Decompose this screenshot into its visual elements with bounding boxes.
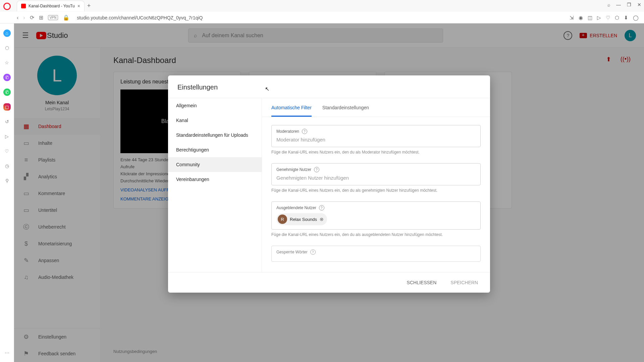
play-icon[interactable]: ▷ xyxy=(597,15,601,21)
tab-bar: Kanal-Dashboard - YouTu × + ⌕ ― ❐ ✕ xyxy=(0,0,644,12)
address-bar: ‹ › ⟳ ⊞ VPN 🔒 studio.youtube.com/channel… xyxy=(0,12,644,23)
help-icon[interactable]: ? xyxy=(319,205,324,210)
gesperrte-field: Gesperrte Wörter ? xyxy=(271,246,481,262)
field-hint: Füge die Kanal-URL eines Nutzers ein, de… xyxy=(271,150,481,155)
addr-icon-1[interactable]: ⇲ xyxy=(570,15,574,21)
forward-icon[interactable]: › xyxy=(23,15,25,21)
reload-icon[interactable]: ⟳ xyxy=(30,14,34,21)
field-hint: Füge die Kanal-URL eines Nutzers ein, de… xyxy=(271,188,481,193)
chip-remove-icon[interactable]: ⊗ xyxy=(320,217,324,222)
clock-icon[interactable]: ◷ xyxy=(3,162,11,170)
help-icon[interactable]: ? xyxy=(310,249,316,255)
modal-footer: SCHLIESSEN SPEICHERN xyxy=(168,272,490,293)
cube-icon[interactable]: ⬡ xyxy=(615,15,619,21)
whatsapp-icon[interactable]: ✆ xyxy=(3,88,11,96)
profile-icon[interactable]: ◯ xyxy=(633,15,639,21)
close-button[interactable]: SCHLIESSEN xyxy=(403,277,441,288)
browser-tab[interactable]: Kanal-Dashboard - YouTu × xyxy=(17,1,85,11)
moderatoren-field: Moderatoren ? Füge die Kanal-URL eines N… xyxy=(271,125,481,155)
ausgeblendete-field: Ausgeblendete Nutzer ? R Relax Sounds ⊗ … xyxy=(271,201,481,237)
maximize-icon[interactable]: ❐ xyxy=(627,2,631,7)
minimize-icon[interactable]: ― xyxy=(616,2,621,7)
pin-icon[interactable]: ⚲ xyxy=(3,177,11,184)
moderator-input[interactable] xyxy=(276,137,476,142)
opera-logo-icon xyxy=(3,3,11,10)
chip-name: Relax Sounds xyxy=(290,217,317,222)
modal-content: Automatische Filter Standardeinstellunge… xyxy=(262,98,490,272)
save-button[interactable]: SPEICHERN xyxy=(446,277,482,288)
help-icon[interactable]: ? xyxy=(314,167,319,172)
browser-chrome: Kanal-Dashboard - YouTu × + ⌕ ― ❐ ✕ ‹ › … xyxy=(0,0,644,23)
field-hint: Füge die Kanal-URL eines Nutzers ein, de… xyxy=(271,232,481,237)
tab-auto-filter[interactable]: Automatische Filter xyxy=(271,98,312,117)
more-icon[interactable]: ⋯ xyxy=(3,349,11,357)
vpn-badge[interactable]: VPN xyxy=(48,15,58,20)
workspace-icon[interactable]: ⌂ xyxy=(3,29,11,37)
modal-title: Einstellungen xyxy=(168,75,490,98)
youtube-studio-app: ☰ Studio ⌕ Auf deinem Kanal suchen ? ERS… xyxy=(14,23,644,362)
apps-icon[interactable]: ⊞ xyxy=(39,14,43,21)
bookmark-icon[interactable]: ☆ xyxy=(3,59,11,66)
genehmigte-field: Genehmigte Nutzer ? Füge die Kanal-URL e… xyxy=(271,163,481,193)
heart-sidebar-icon[interactable]: ♡ xyxy=(3,147,11,155)
youtube-favicon-icon xyxy=(21,4,26,8)
shield-icon[interactable]: ◫ xyxy=(588,15,592,21)
lock-icon[interactable]: 🔒 xyxy=(63,14,69,21)
speed-dial-icon[interactable]: ⬡ xyxy=(3,44,11,52)
messenger-icon[interactable]: ✆ xyxy=(3,74,11,81)
modal-nav-vereinbarungen[interactable]: Vereinbarungen xyxy=(168,172,262,187)
download-icon[interactable]: ⬇ xyxy=(624,15,628,21)
heart-icon[interactable]: ♡ xyxy=(606,15,610,21)
close-window-icon[interactable]: ✕ xyxy=(637,2,641,7)
approved-user-input[interactable] xyxy=(276,175,476,181)
search-glass-icon[interactable]: ⌕ xyxy=(607,2,610,7)
new-tab-button[interactable]: + xyxy=(87,2,91,9)
tab-close-icon[interactable]: × xyxy=(77,3,80,9)
url-text[interactable]: studio.youtube.com/channel/UCocN6zQPHQZ_… xyxy=(74,15,565,20)
hidden-user-chip: R Relax Sounds ⊗ xyxy=(276,213,327,225)
back-icon[interactable]: ‹ xyxy=(17,15,18,21)
modal-tabs: Automatische Filter Standardeinstellunge… xyxy=(262,98,490,117)
modal-nav-upload[interactable]: Standardeinstellungen für Uploads xyxy=(168,128,262,142)
field-label: Genehmigte Nutzer xyxy=(276,167,311,172)
window-controls: ⌕ ― ❐ ✕ xyxy=(607,2,641,7)
field-label: Gesperrte Wörter xyxy=(276,250,308,254)
field-label: Ausgeblendete Nutzer xyxy=(276,205,316,210)
modal-nav: Allgemein Kanal Standardeinstellungen fü… xyxy=(168,98,262,272)
tab-standard[interactable]: Standardeinstellungen xyxy=(322,98,369,117)
help-icon[interactable]: ? xyxy=(302,129,307,134)
play-sidebar-icon[interactable]: ▷ xyxy=(3,133,11,140)
settings-modal: Einstellungen Allgemein Kanal Standardei… xyxy=(168,75,490,293)
modal-nav-community[interactable]: Community xyxy=(168,157,262,172)
history-icon[interactable]: ↺ xyxy=(3,118,11,125)
field-label: Moderatoren xyxy=(276,129,299,134)
instagram-icon[interactable]: ◻ xyxy=(3,103,11,111)
camera-icon[interactable]: ◉ xyxy=(579,15,583,21)
tab-title: Kanal-Dashboard - YouTu xyxy=(29,4,75,8)
chip-avatar: R xyxy=(278,215,287,224)
opera-sidebar: ⌂ ⬡ ☆ ✆ ✆ ◻ ↺ ▷ ♡ ◷ ⚲ ⋯ xyxy=(0,23,14,362)
modal-nav-berechtigungen[interactable]: Berechtigungen xyxy=(168,142,262,157)
modal-nav-kanal[interactable]: Kanal xyxy=(168,113,262,128)
modal-nav-allgemein[interactable]: Allgemein xyxy=(168,98,262,113)
